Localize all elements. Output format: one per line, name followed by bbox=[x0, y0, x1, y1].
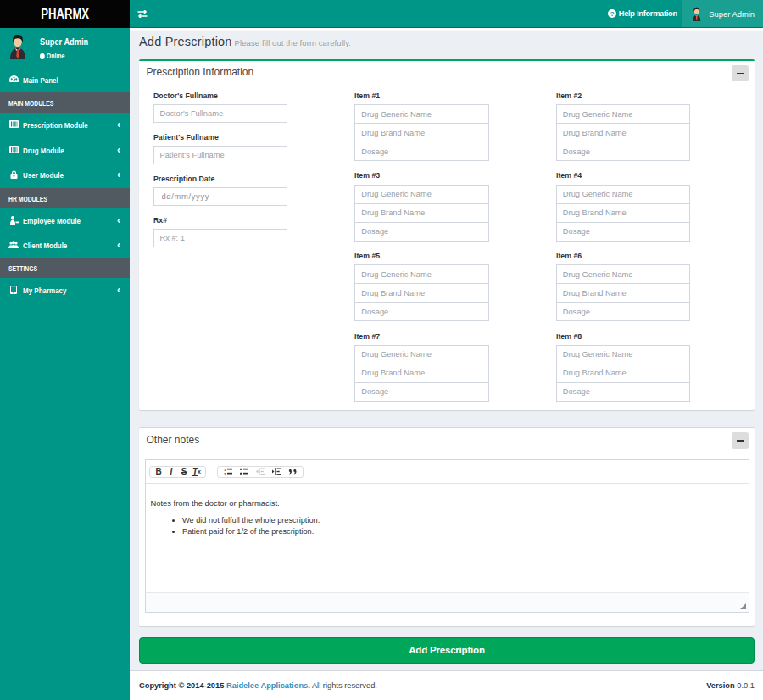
svg-text:?: ? bbox=[610, 10, 615, 18]
svg-text:2: 2 bbox=[224, 472, 226, 475]
